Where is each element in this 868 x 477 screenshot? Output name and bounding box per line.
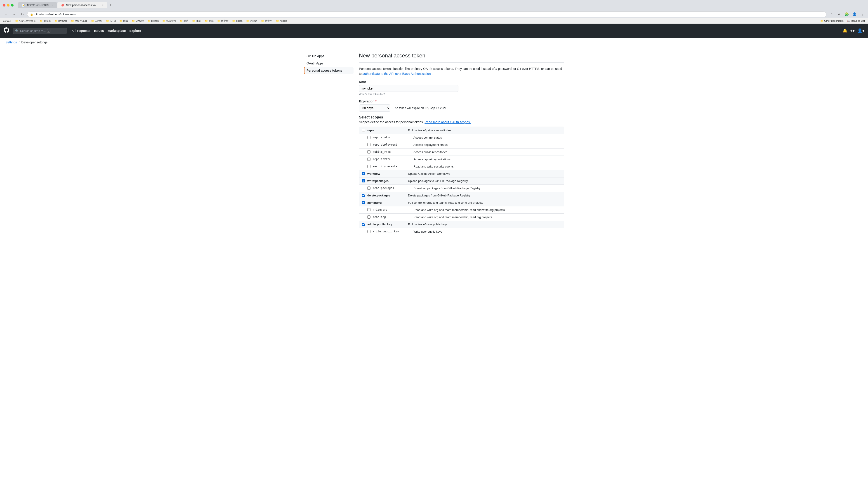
bookmark-phd[interactable]: 📁 博士生 (260, 19, 274, 23)
search-bar[interactable]: 🔍 Search or jump to... / (13, 28, 67, 34)
scope-name-repo-deployment: repo_deployment (373, 143, 413, 146)
bookmark-linux[interactable]: 📁 linux (191, 19, 203, 23)
scope-checkbox-admin-public-key[interactable] (362, 223, 365, 226)
scope-row-write-public-key: write:public_key Write user public keys (359, 228, 564, 235)
scope-row-public-repo: public_repo Access public repositories (359, 149, 564, 156)
bell-icon[interactable]: 🔔 (842, 28, 847, 33)
bookmark-shop[interactable]: 📁 商城 (118, 19, 129, 23)
scope-checkbox-repo-invite[interactable] (367, 157, 370, 161)
sidebar-item-oauth-apps[interactable]: OAuth Apps (304, 60, 353, 67)
scope-name-admin-public-key: admin:public_key (367, 223, 408, 226)
scope-checkbox-write-packages[interactable] (362, 179, 365, 182)
bookmark-android[interactable]: android (2, 19, 13, 23)
description-link[interactable]: authenticate to the API over Basic Authe… (363, 72, 431, 76)
scope-name-read-org: read:org (373, 215, 413, 218)
scope-checkbox-workflow[interactable] (362, 172, 365, 175)
bookmark-csharp[interactable]: 📁 C#线程 (130, 19, 145, 23)
scope-checkbox-repo-status[interactable] (367, 136, 370, 139)
translate-button[interactable]: A (836, 11, 842, 18)
scope-desc-repo-status: Access commit status (413, 136, 442, 139)
scopes-link[interactable]: Read more about OAuth scopes. (425, 120, 471, 124)
scope-checkbox-admin-org[interactable] (362, 201, 365, 204)
scope-checkbox-write-public-key[interactable] (367, 230, 370, 233)
scope-desc-admin-public-key: Full control of user public keys (408, 223, 447, 226)
browser-actions: ☆ A 🧩 👤 ⋮ (828, 11, 865, 18)
github-logo[interactable] (4, 27, 9, 34)
tab-github-title: New personal access token (66, 4, 99, 7)
bookmark-ietm[interactable]: 📁 IETM (105, 19, 117, 23)
new-tab-button[interactable]: + (107, 2, 114, 8)
scope-checkbox-write-org[interactable] (367, 208, 370, 211)
plus-icon[interactable]: +▾ (850, 28, 855, 33)
scope-name-delete-packages: delete:packages (367, 194, 408, 197)
tab-github-close[interactable]: ✕ (102, 4, 103, 6)
scope-desc-admin-org: Full control of orgs and teams, read and… (408, 201, 483, 204)
github-nav: 🔍 Search or jump to... / Pull requests I… (0, 24, 868, 38)
extensions-button[interactable]: 🧩 (844, 11, 850, 18)
scope-checkbox-public-repo[interactable] (367, 150, 370, 153)
minimize-button[interactable] (7, 4, 9, 6)
current-page: Developer settings (21, 40, 48, 44)
bookmark-zju[interactable]: 📁 A 浙江大学相关 (14, 19, 37, 23)
bookmark-english[interactable]: 📁 eglish (231, 19, 244, 23)
scopes-table: repo Full control of private repositorie… (359, 127, 564, 235)
tab-csdn-close[interactable]: ✕ (52, 4, 53, 6)
sidebar-item-github-apps[interactable]: GitHub Apps (304, 53, 353, 60)
sidebar-oauth-apps-label: OAuth Apps (307, 61, 323, 65)
reload-button[interactable]: ↻ (19, 11, 25, 18)
sidebar-item-personal-access-tokens[interactable]: Personal access tokens (304, 67, 353, 74)
close-button[interactable] (3, 4, 5, 6)
bookmark-research[interactable]: 📁 研究性 (216, 19, 230, 23)
avatar[interactable]: 👤▾ (857, 28, 864, 33)
scopes-title: Select scopes (359, 115, 564, 119)
forward-button[interactable]: → (11, 11, 17, 18)
sidebar-github-apps-label: GitHub Apps (307, 54, 324, 58)
back-button[interactable]: ← (3, 11, 9, 18)
required-indicator: * (375, 99, 376, 103)
bookmark-javaweb[interactable]: 📁 javaweb (53, 19, 69, 23)
bookmark-other[interactable]: 📁 Other Bookmarks (819, 19, 845, 23)
scope-checkbox-repo-deployment[interactable] (367, 143, 370, 146)
tab-csdn-title: 写文章-CSDN博客 (27, 3, 49, 7)
scope-checkbox-repo[interactable] (362, 129, 365, 132)
scope-row-workflow: workflow Update GitHub Action workflows (359, 170, 564, 177)
menu-button[interactable]: ⋮ (859, 11, 865, 18)
star-button[interactable]: ☆ (828, 11, 835, 18)
settings-link[interactable]: Settings (5, 40, 17, 44)
bookmark-server[interactable]: 📁 服务器 (38, 19, 52, 23)
scope-row-read-packages: read:packages Download packages from Git… (359, 185, 564, 192)
tab-csdn[interactable]: 📝 写文章-CSDN博客 ✕ (18, 2, 57, 8)
nav-explore[interactable]: Explore (129, 29, 141, 33)
expiration-group: Expiration * 7 days 30 days 60 days 90 d… (359, 99, 564, 112)
tab-github[interactable]: 🐙 New personal access token ✕ (57, 2, 107, 8)
scope-checkbox-read-packages[interactable] (367, 186, 370, 190)
scope-checkbox-security-events[interactable] (367, 165, 370, 168)
expiration-select[interactable]: 7 days 30 days 60 days 90 days Custom No… (359, 105, 391, 112)
bookmark-python[interactable]: 📁 python (146, 19, 160, 23)
main-content: GitHub Apps OAuth Apps Personal access t… (298, 47, 569, 477)
scope-desc-write-public-key: Write user public keys (413, 230, 442, 233)
bookmark-blockchain[interactable]: 📁 区块链 (245, 19, 259, 23)
bookmark-engineering[interactable]: 📁 工程分 (90, 19, 104, 23)
content-area: New personal access token Personal acces… (359, 53, 564, 473)
bookmark-reading-list[interactable]: 📖 Reading List (846, 19, 866, 23)
nav-pull-requests[interactable]: Pull requests (70, 29, 90, 33)
scope-name-admin-org: admin:org (367, 201, 408, 204)
expiry-row: 7 days 30 days 60 days 90 days Custom No… (359, 105, 564, 112)
profile-button[interactable]: 👤 (851, 11, 858, 18)
traffic-lights (3, 4, 13, 6)
nav-issues[interactable]: Issues (94, 29, 104, 33)
fullscreen-button[interactable] (11, 4, 13, 6)
bookmark-nettools[interactable]: 📁 网络小工具 (70, 19, 89, 23)
note-input[interactable] (359, 85, 458, 92)
bookmark-algo[interactable]: 📁 算法 (178, 19, 190, 23)
bookmark-fun[interactable]: 📁 趣味 (204, 19, 215, 23)
bookmark-nodejs[interactable]: 📁 nodejs (275, 19, 288, 23)
search-shortcut: / (47, 29, 51, 33)
scope-checkbox-delete-packages[interactable] (362, 194, 365, 197)
note-group: Note What's this token for? (359, 80, 564, 96)
bookmark-ml[interactable]: 📁 机器学习 (161, 19, 178, 23)
nav-marketplace[interactable]: Marketplace (107, 29, 126, 33)
scope-checkbox-read-org[interactable] (367, 215, 370, 218)
address-bar[interactable]: 🔒 github.com/settings/tokens/new (27, 11, 827, 17)
